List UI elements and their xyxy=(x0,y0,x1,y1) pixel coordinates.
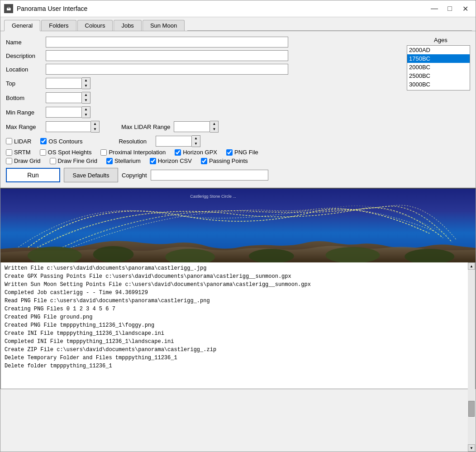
png-file-label: PNG File xyxy=(234,149,258,156)
draw-fine-grid-label: Draw Fine Grid xyxy=(58,157,97,164)
passing-points-checkbox[interactable] xyxy=(201,158,207,164)
log-wrapper: Written File c:\users\david\documents\pa… xyxy=(0,262,476,452)
location-input[interactable]: 54.602849 -3.098584 xyxy=(46,64,288,75)
log-line-13: Delete folder tmpppything_11236_1 xyxy=(5,362,466,370)
save-defaults-button[interactable]: Save Defaults xyxy=(64,168,118,182)
description-input[interactable]: Castlerigg Stone Circle 54.602849 -3.098… xyxy=(46,50,288,61)
min-range-input[interactable]: 70 xyxy=(46,107,82,118)
bottom-row: Bottom -5 ▲ ▼ xyxy=(6,92,470,104)
copyright-input[interactable] xyxy=(151,170,268,181)
scroll-up-arrow[interactable]: ▲ xyxy=(468,262,475,270)
stellarium-checkbox-item: Stellarium xyxy=(106,157,141,164)
horizon-csv-label: Horizon CSV xyxy=(158,157,192,164)
log-area[interactable]: Written File c:\users\david\documents\pa… xyxy=(0,262,476,389)
bottom-spin-up[interactable]: ▲ xyxy=(82,92,90,98)
min-range-spinner: 70 ▲ ▼ xyxy=(46,106,90,118)
landscape-svg xyxy=(0,222,476,262)
log-line-11: Create ZIP File c:\users\david\documents… xyxy=(5,346,466,354)
resolution-spinner-buttons: ▲ ▼ xyxy=(192,135,200,147)
max-range-spin-down[interactable]: ▼ xyxy=(91,127,99,132)
max-range-spin-up[interactable]: ▲ xyxy=(91,121,99,127)
scroll-down-arrow[interactable]: ▼ xyxy=(468,444,475,452)
bottom-spin-down[interactable]: ▼ xyxy=(82,98,90,103)
title-buttons: — □ ✕ xyxy=(428,3,472,14)
draw-grid-checkbox[interactable] xyxy=(6,158,12,164)
srtm-label: SRTM xyxy=(14,149,31,156)
os-spot-heights-checkbox[interactable] xyxy=(40,149,46,156)
log-line-6: Creating PNG Files 0 1 2 3 4 5 6 7 xyxy=(5,305,466,313)
proximal-interp-checkbox-item: Proximal Interpolation xyxy=(100,149,166,156)
ages-panel: Ages 2000AD 1750BC 2000BC 2500BC 3000BC xyxy=(407,37,470,90)
min-range-spinner-buttons: ▲ ▼ xyxy=(82,106,90,118)
max-range-input[interactable]: 10000 xyxy=(46,121,91,132)
draw-fine-grid-checkbox[interactable] xyxy=(50,158,56,164)
title-bar: 🏔 Panorama User Interface — □ ✕ xyxy=(0,0,476,17)
scroll-thumb[interactable] xyxy=(468,401,475,417)
horizon-csv-checkbox[interactable] xyxy=(150,158,156,164)
top-label: Top xyxy=(6,80,42,87)
minimize-button[interactable]: — xyxy=(428,3,441,14)
content-area: Name castlerigg Description Castlerigg S… xyxy=(0,31,476,188)
tabs-bar: General Folders Colours Jobs Sun Moon xyxy=(0,17,476,31)
tab-colours[interactable]: Colours xyxy=(77,20,113,31)
ages-list[interactable]: 2000AD 1750BC 2000BC 2500BC 3000BC xyxy=(407,45,470,90)
top-spin-down[interactable]: ▼ xyxy=(82,83,90,89)
top-spin-up[interactable]: ▲ xyxy=(82,78,90,83)
ages-label: Ages xyxy=(434,37,447,43)
max-range-label: Max Range xyxy=(6,124,42,130)
log-line-4: Completed Job castlerigg - - Time 94.369… xyxy=(5,289,466,297)
ages-item-2500bc[interactable]: 2500BC xyxy=(407,71,470,80)
horizon-gpx-checkbox[interactable] xyxy=(175,149,181,156)
svg-point-1 xyxy=(93,246,134,262)
horizon-gpx-label: Horizon GPX xyxy=(183,149,217,156)
ages-item-2000bc[interactable]: 2000BC xyxy=(407,63,470,71)
os-contours-checkbox[interactable] xyxy=(40,138,47,144)
os-spot-heights-checkbox-item: OS Spot Heights xyxy=(40,149,92,156)
bottom-input[interactable]: -5 xyxy=(46,92,82,103)
png-file-checkbox-item: PNG File xyxy=(226,149,258,156)
maximize-button[interactable]: □ xyxy=(443,3,457,14)
name-input[interactable]: castlerigg xyxy=(46,37,288,48)
os-contours-label: OS Contours xyxy=(48,138,82,145)
resolution-spin-up[interactable]: ▲ xyxy=(192,136,200,141)
top-spinner: 20 ▲ ▼ xyxy=(46,77,90,89)
max-lidar-spin-down[interactable]: ▼ xyxy=(210,127,218,132)
tab-sun-moon[interactable]: Sun Moon xyxy=(143,20,185,31)
run-button[interactable]: Run xyxy=(6,168,60,182)
resolution-spin-down[interactable]: ▼ xyxy=(192,141,200,147)
scroll-track xyxy=(468,270,475,444)
srtm-checkbox[interactable] xyxy=(6,149,12,156)
bottom-label: Bottom xyxy=(6,95,42,101)
ages-item-1750bc[interactable]: 1750BC xyxy=(407,54,470,63)
min-range-label: Min Range xyxy=(6,109,42,116)
lidar-row: LIDAR OS Contours Resolution 120 ▲ ▼ xyxy=(6,135,470,147)
max-lidar-input[interactable]: 2001 xyxy=(174,121,210,132)
max-lidar-label: Max LIDAR Range xyxy=(121,124,170,130)
max-lidar-spin-up[interactable]: ▲ xyxy=(210,121,218,127)
close-button[interactable]: ✕ xyxy=(458,3,472,14)
draw-grid-checkbox-item: Draw Grid xyxy=(6,157,41,164)
top-input[interactable]: 20 xyxy=(46,78,82,89)
log-scrollbar: ▲ ▼ xyxy=(468,262,475,452)
tab-folders[interactable]: Folders xyxy=(41,20,76,31)
tab-jobs[interactable]: Jobs xyxy=(114,20,141,31)
max-range-spinner-buttons: ▲ ▼ xyxy=(91,121,100,133)
max-lidar-spinner-buttons: ▲ ▼ xyxy=(210,121,219,133)
max-range-spinner: 10000 ▲ ▼ xyxy=(46,121,100,133)
min-range-spin-down[interactable]: ▼ xyxy=(82,112,90,118)
min-range-spin-up[interactable]: ▲ xyxy=(82,107,90,112)
tab-general[interactable]: General xyxy=(4,20,40,31)
stellarium-checkbox[interactable] xyxy=(106,158,113,164)
bottom-spinner: -5 ▲ ▼ xyxy=(46,92,90,104)
tab-line-spacer xyxy=(187,19,472,31)
lidar-checkbox[interactable] xyxy=(6,138,12,144)
resolution-input[interactable]: 120 xyxy=(156,136,192,147)
max-range-row: Max Range 10000 ▲ ▼ Max LIDAR Range 2001… xyxy=(6,121,470,133)
main-window: 🏔 Panorama User Interface — □ ✕ General … xyxy=(0,0,476,452)
ages-item-2000ad[interactable]: 2000AD xyxy=(407,46,470,54)
draw-grid-label: Draw Grid xyxy=(14,157,41,164)
ages-item-3000bc[interactable]: 3000BC xyxy=(407,80,470,89)
min-range-row: Min Range 70 ▲ ▼ xyxy=(6,106,470,118)
png-file-checkbox[interactable] xyxy=(226,149,233,156)
proximal-interp-checkbox[interactable] xyxy=(100,149,107,156)
